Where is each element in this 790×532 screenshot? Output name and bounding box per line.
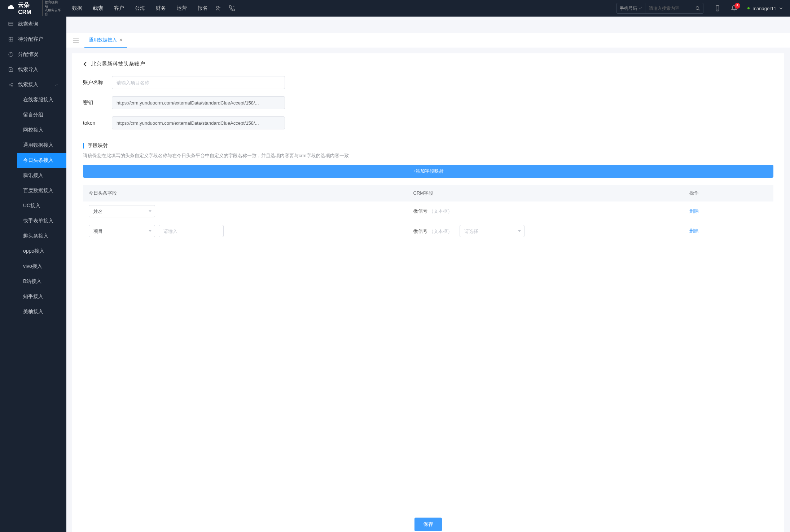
sidebar-sub-item[interactable]: 百度数据接入 [17, 183, 66, 198]
footer: 保存 [83, 510, 773, 532]
table-row: 姓名微信号（文本框）删除 [83, 201, 773, 221]
breadcrumb: 北京昱新科技头条账户 [83, 61, 773, 67]
tab-general-data[interactable]: 通用数据接入 ✕ [84, 33, 127, 48]
sidebar-sub-item[interactable]: UC接入 [17, 198, 66, 213]
top-nav-item[interactable]: 财务 [156, 5, 166, 12]
menu-fold-icon [73, 38, 79, 43]
top-nav-item[interactable]: 运营 [177, 5, 187, 12]
sidebar: 线索查询待分配客户分配情况线索导入线索接入在线客服接入留言分组网校接入通用数据接… [0, 17, 66, 532]
token-label: token [83, 120, 112, 126]
sidebar-item[interactable]: 线索导入 [0, 62, 66, 77]
user-menu[interactable]: manager11 [747, 6, 783, 11]
notification-bell[interactable]: 5 [731, 5, 737, 12]
sidebar-item[interactable]: 待分配客户 [0, 32, 66, 47]
page-content: 北京昱新科技头条账户 账户名称 密钥 token 字段映射 请确保您在此填写的头… [72, 53, 784, 532]
save-button[interactable]: 保存 [414, 518, 442, 531]
back-button[interactable] [83, 61, 87, 67]
sidebar-sub-item[interactable]: oppo接入 [17, 244, 66, 259]
header-search: 手机号码 [616, 3, 703, 14]
svg-point-0 [217, 6, 219, 8]
sidebar-sub-item[interactable]: 知乎接入 [17, 289, 66, 304]
token-row: token [83, 116, 773, 129]
col-header-crm: CRM字段 [408, 185, 684, 201]
top-nav-item[interactable]: 数据 [72, 5, 82, 12]
sidebar-toggle[interactable] [70, 36, 82, 45]
sidebar-item-label: 线索导入 [18, 66, 38, 73]
sidebar-item[interactable]: 线索查询 [0, 17, 66, 32]
sidebar-item-label: 分配情况 [18, 51, 38, 58]
user-name: manager11 [752, 6, 776, 11]
sidebar-item[interactable]: 线索接入 [0, 77, 66, 92]
sidebar-sub-item[interactable]: 通用数据接入 [17, 138, 66, 153]
sidebar-icon [8, 21, 14, 27]
svg-point-7 [12, 85, 13, 87]
sidebar-sub-item[interactable]: 今日头条接入 [17, 153, 66, 168]
sidebar-item[interactable]: 分配情况 [0, 47, 66, 62]
close-icon[interactable]: ✕ [119, 37, 123, 43]
sidebar-sub-item[interactable]: 美柚接入 [17, 304, 66, 319]
table-row: 项目微信号（文本框）请选择删除 [83, 221, 773, 241]
phone-icon[interactable] [229, 5, 235, 12]
token-input[interactable] [112, 116, 285, 129]
tabs-bar: 通用数据接入 ✕ [66, 33, 790, 48]
main: 通用数据接入 ✕ 北京昱新科技头条账户 账户名称 密钥 token 字段映射 请… [66, 33, 790, 532]
svg-point-1 [696, 6, 699, 9]
sidebar-icon [8, 52, 14, 57]
header-right: 5 manager11 [714, 5, 783, 12]
chevron-down-icon [638, 6, 642, 10]
account-name-label: 账户名称 [83, 79, 112, 86]
sidebar-icon [8, 67, 14, 72]
notification-count: 5 [734, 3, 740, 9]
sidebar-item-label: 待分配客户 [18, 36, 43, 43]
logo-icon [7, 4, 15, 13]
brand-sub: 教育机构一站 式服务云平台 [42, 0, 61, 16]
sidebar-sub-item[interactable]: vivo接入 [17, 259, 66, 274]
sidebar-sub-item[interactable]: 在线客服接入 [17, 92, 66, 107]
section-title: 字段映射 [88, 142, 108, 149]
secret-input[interactable] [112, 96, 285, 109]
page-title: 北京昱新科技头条账户 [91, 61, 145, 67]
delete-row-link[interactable]: 删除 [689, 208, 699, 214]
sidebar-sub-item[interactable]: 留言分组 [17, 107, 66, 123]
toutiao-field-select[interactable]: 项目 [89, 225, 155, 237]
search-input[interactable] [645, 6, 692, 11]
top-nav: 数据线索客户公海财务运营报名 [72, 5, 208, 12]
svg-point-6 [12, 83, 13, 84]
search-icon [695, 6, 700, 11]
secret-row: 密钥 [83, 96, 773, 109]
toutiao-field-select[interactable]: 姓名 [89, 205, 155, 217]
top-nav-item[interactable]: 线索 [93, 5, 103, 12]
sidebar-sub-item[interactable]: 快手表单接入 [17, 213, 66, 229]
crm-option-select[interactable]: 请选择 [460, 225, 525, 237]
sidebar-sub-item[interactable]: B站接入 [17, 274, 66, 289]
top-nav-item[interactable]: 公海 [135, 5, 145, 12]
top-nav-item[interactable]: 客户 [114, 5, 124, 12]
svg-point-5 [9, 84, 10, 85]
app-header: 云朵CRM 教育机构一站 式服务云平台 数据线索客户公海财务运营报名 手机号码 … [0, 0, 790, 17]
mobile-icon[interactable] [714, 5, 721, 12]
logo: 云朵CRM 教育机构一站 式服务云平台 [7, 0, 61, 16]
top-nav-item[interactable]: 报名 [198, 5, 208, 12]
delete-row-link[interactable]: 删除 [689, 228, 699, 234]
sidebar-icon [8, 36, 14, 42]
secret-label: 密钥 [83, 99, 112, 106]
add-field-mapping-button[interactable]: +添加字段映射 [83, 165, 773, 178]
section-header: 字段映射 [83, 142, 773, 149]
sidebar-sub-item[interactable]: 腾讯接入 [17, 168, 66, 183]
sidebar-sub-item[interactable]: 趣头条接入 [17, 229, 66, 244]
svg-rect-3 [9, 22, 13, 26]
search-type-select[interactable]: 手机号码 [617, 3, 645, 13]
sidebar-icon [8, 82, 14, 88]
sidebar-sub-item[interactable]: 网校接入 [17, 123, 66, 138]
account-name-input[interactable] [112, 76, 285, 89]
search-button[interactable] [692, 6, 703, 11]
status-dot-icon [747, 7, 750, 9]
user-plus-icon[interactable] [215, 5, 221, 12]
brand-name: 云朵CRM [18, 1, 39, 15]
sidebar-item-label: 线索查询 [18, 21, 38, 27]
section-description: 请确保您在此填写的头条自定义字段名称与在今日头条平台中自定义的字段名称一致，并且… [83, 152, 773, 159]
sidebar-item-label: 线索接入 [18, 81, 38, 88]
toutiao-extra-input[interactable] [159, 225, 224, 237]
account-name-row: 账户名称 [83, 76, 773, 89]
col-header-toutiao: 今日头条字段 [83, 185, 408, 201]
